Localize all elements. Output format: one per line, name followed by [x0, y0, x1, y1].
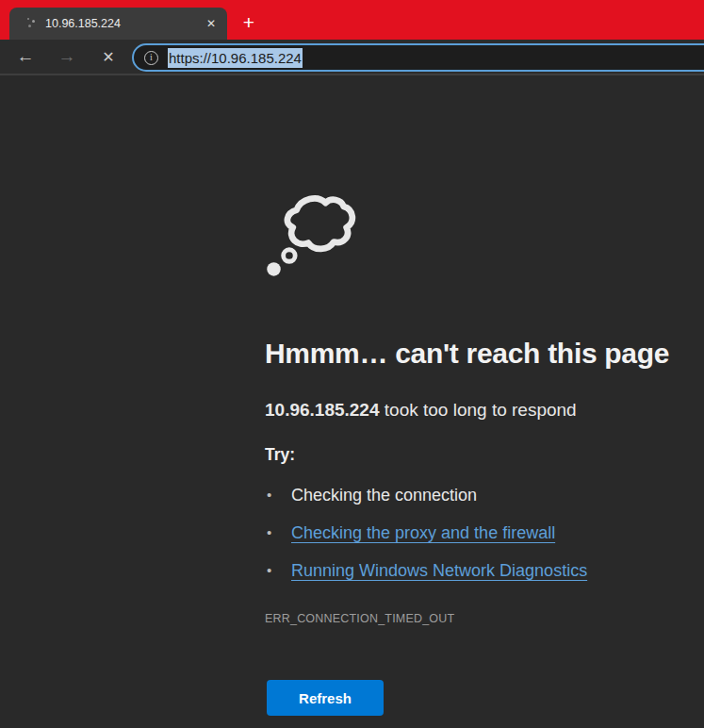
- tab-favicon-loading-icon: [25, 17, 38, 30]
- list-item: Running Windows Network Diagnostics: [267, 561, 587, 581]
- try-label: Try:: [265, 445, 295, 465]
- list-item: Checking the connection: [267, 486, 587, 505]
- navigation-bar: ← → ✕ i https://10.96.185.224: [0, 40, 704, 75]
- back-button[interactable]: ←: [9, 42, 41, 71]
- url-input[interactable]: https://10.96.185.224: [168, 48, 303, 68]
- error-subtitle-text: took too long to respond: [380, 400, 577, 420]
- error-host: 10.96.185.224: [265, 400, 380, 420]
- refresh-button[interactable]: Refresh: [267, 680, 384, 716]
- error-code: ERR_CONNECTION_TIMED_OUT: [265, 612, 454, 625]
- forward-button[interactable]: →: [51, 42, 83, 71]
- tab-strip: 10.96.185.224 ✕ +: [0, 0, 704, 40]
- list-item: Checking the proxy and the firewall: [267, 523, 587, 543]
- suggestion-list: Checking the connection Checking the pro…: [267, 486, 587, 599]
- error-title: Hmmm… can't reach this page: [265, 338, 698, 370]
- tab-close-icon[interactable]: ✕: [201, 13, 221, 34]
- tab-title: 10.96.185.224: [45, 17, 201, 30]
- address-bar[interactable]: i https://10.96.185.224: [132, 43, 704, 72]
- browser-tab[interactable]: 10.96.185.224 ✕: [9, 8, 227, 40]
- suggestion-text: Checking the connection: [291, 486, 477, 505]
- stop-button[interactable]: ✕: [92, 42, 124, 71]
- proxy-firewall-link[interactable]: Checking the proxy and the firewall: [291, 523, 555, 542]
- thought-bubble-icon: [262, 181, 362, 281]
- network-diagnostics-link[interactable]: Running Windows Network Diagnostics: [291, 561, 587, 580]
- page-info-icon[interactable]: i: [144, 51, 158, 65]
- error-subtitle: 10.96.185.224 took too long to respond: [265, 400, 679, 421]
- error-page: Hmmm… can't reach this page 10.96.185.22…: [0, 77, 704, 728]
- new-tab-button[interactable]: +: [236, 9, 262, 36]
